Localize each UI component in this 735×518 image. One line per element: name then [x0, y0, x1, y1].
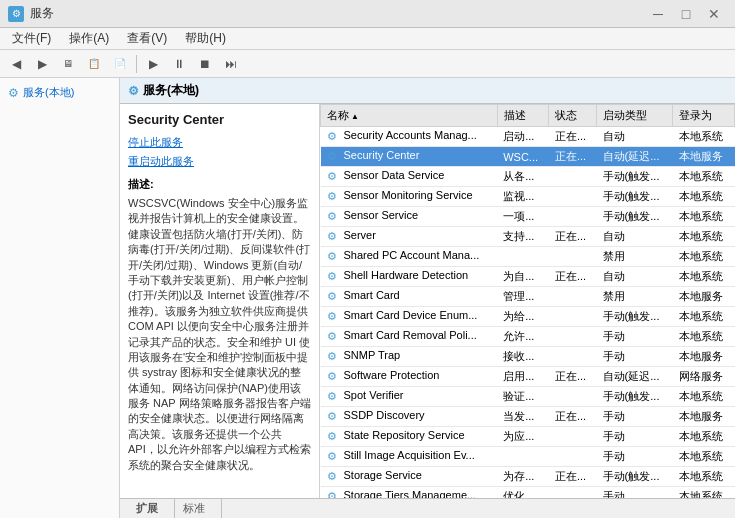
cell-desc: 管理... [497, 287, 549, 307]
cell-name: ⚙Server [321, 227, 498, 247]
table-row[interactable]: ⚙Shell Hardware Detection为自...正在...自动本地系… [321, 267, 735, 287]
table-row[interactable]: ⚙Security CenterWSC...正在...自动(延迟...本地服务 [321, 147, 735, 167]
cell-startup: 手动(触发... [597, 307, 673, 327]
stop-service-link[interactable]: 停止此服务 [128, 135, 311, 150]
cell-startup: 手动 [597, 347, 673, 367]
properties-button[interactable]: 📄 [108, 53, 132, 75]
cell-logon: 本地系统 [673, 207, 735, 227]
cell-name: ⚙Storage Tiers Manageme... [321, 487, 498, 499]
table-row[interactable]: ⚙Smart Card Removal Poli...允许...手动本地系统 [321, 327, 735, 347]
cell-status [549, 427, 597, 447]
cell-name: ⚙Spot Verifier [321, 387, 498, 407]
table-row[interactable]: ⚙Storage Service为存...正在...手动(触发...本地系统 [321, 467, 735, 487]
cell-name: ⚙Smart Card [321, 287, 498, 307]
sidebar-icon: ⚙ [8, 86, 19, 100]
status-tab-extended[interactable]: 扩展 [128, 499, 175, 518]
cell-logon: 本地系统 [673, 447, 735, 467]
table-row[interactable]: ⚙State Repository Service为应...手动本地系统 [321, 427, 735, 447]
table-row[interactable]: ⚙Shared PC Account Mana...禁用本地系统 [321, 247, 735, 267]
service-icon: ⚙ [327, 190, 341, 204]
status-bar: 扩展 标准 [120, 498, 735, 518]
status-tab-standard[interactable]: 标准 [175, 499, 222, 518]
service-icon: ⚙ [327, 410, 341, 424]
stop-button[interactable]: ⏹ [193, 53, 217, 75]
title-bar: ⚙ 服务 ─ □ ✕ [0, 0, 735, 28]
minimize-button[interactable]: ─ [645, 4, 671, 24]
cell-logon: 本地系统 [673, 327, 735, 347]
menu-view[interactable]: 查看(V) [119, 28, 175, 49]
sidebar-title[interactable]: 服务(本地) [23, 85, 74, 100]
play-button[interactable]: ▶ [141, 53, 165, 75]
window-title: 服务 [30, 5, 54, 22]
table-row[interactable]: ⚙Smart Card管理...禁用本地服务 [321, 287, 735, 307]
cell-startup: 自动 [597, 267, 673, 287]
cell-name: ⚙Shell Hardware Detection [321, 267, 498, 287]
show-hide-button[interactable]: 📋 [82, 53, 106, 75]
cell-startup: 手动(触发... [597, 207, 673, 227]
col-desc[interactable]: 描述 [497, 105, 549, 127]
cell-status [549, 207, 597, 227]
right-panel[interactable]: 名称▲ 描述 状态 启动类型 登录为 ⚙Security Accounts Ma… [320, 104, 735, 498]
cell-status [549, 307, 597, 327]
service-icon: ⚙ [327, 130, 341, 144]
cell-desc [497, 247, 549, 267]
cell-name: ⚙SSDP Discovery [321, 407, 498, 427]
cell-logon: 本地服务 [673, 147, 735, 167]
table-row[interactable]: ⚙Server支持...正在...自动本地系统 [321, 227, 735, 247]
cell-logon: 网络服务 [673, 367, 735, 387]
cell-desc: 为应... [497, 427, 549, 447]
table-row[interactable]: ⚙Spot Verifier验证...手动(触发...本地系统 [321, 387, 735, 407]
cell-name: ⚙Sensor Service [321, 207, 498, 227]
cell-status [549, 487, 597, 499]
table-row[interactable]: ⚙SSDP Discovery当发...正在...手动本地服务 [321, 407, 735, 427]
cell-desc: 验证... [497, 387, 549, 407]
service-icon: ⚙ [327, 150, 341, 164]
cell-status [549, 447, 597, 467]
col-name[interactable]: 名称▲ [321, 105, 498, 127]
cell-logon: 本地系统 [673, 167, 735, 187]
cell-status [549, 387, 597, 407]
forward-button[interactable]: ▶ [30, 53, 54, 75]
menu-help[interactable]: 帮助(H) [177, 28, 234, 49]
cell-logon: 本地系统 [673, 467, 735, 487]
menu-file[interactable]: 文件(F) [4, 28, 59, 49]
table-row[interactable]: ⚙Sensor Data Service从各...手动(触发...本地系统 [321, 167, 735, 187]
table-row[interactable]: ⚙SNMP Trap接收...手动本地服务 [321, 347, 735, 367]
service-icon: ⚙ [327, 450, 341, 464]
table-row[interactable]: ⚙Sensor Monitoring Service监视...手动(触发...本… [321, 187, 735, 207]
cell-logon: 本地系统 [673, 267, 735, 287]
table-row[interactable]: ⚙Sensor Service一项...手动(触发...本地系统 [321, 207, 735, 227]
restart-button[interactable]: ⏭ [219, 53, 243, 75]
col-logon[interactable]: 登录为 [673, 105, 735, 127]
maximize-button[interactable]: □ [673, 4, 699, 24]
cell-logon: 本地系统 [673, 127, 735, 147]
left-panel: Security Center 停止此服务 重启动此服务 描述: WSCSVC(… [120, 104, 320, 498]
service-icon: ⚙ [327, 230, 341, 244]
content-header: ⚙ 服务(本地) [120, 78, 735, 104]
cell-desc: WSC... [497, 147, 549, 167]
table-row[interactable]: ⚙Storage Tiers Manageme...优化...手动本地系统 [321, 487, 735, 499]
cell-desc [497, 447, 549, 467]
sidebar: ⚙ 服务(本地) [0, 78, 120, 518]
back-button[interactable]: ◀ [4, 53, 28, 75]
close-button[interactable]: ✕ [701, 4, 727, 24]
pause-button[interactable]: ⏸ [167, 53, 191, 75]
table-row[interactable]: ⚙Still Image Acquisition Ev...手动本地系统 [321, 447, 735, 467]
cell-name: ⚙Security Center [321, 147, 498, 167]
cell-status: 正在... [549, 367, 597, 387]
menu-action[interactable]: 操作(A) [61, 28, 117, 49]
restart-service-link[interactable]: 重启动此服务 [128, 154, 311, 169]
cell-desc: 接收... [497, 347, 549, 367]
cell-startup: 自动 [597, 227, 673, 247]
table-row[interactable]: ⚙Smart Card Device Enum...为给...手动(触发...本… [321, 307, 735, 327]
cell-desc: 监视... [497, 187, 549, 207]
table-row[interactable]: ⚙Software Protection启用...正在...自动(延迟...网络… [321, 367, 735, 387]
table-row[interactable]: ⚙Security Accounts Manag...启动...正在...自动本… [321, 127, 735, 147]
up-button[interactable]: 🖥 [56, 53, 80, 75]
col-startup[interactable]: 启动类型 [597, 105, 673, 127]
col-status[interactable]: 状态 [549, 105, 597, 127]
service-icon: ⚙ [327, 430, 341, 444]
cell-startup: 禁用 [597, 247, 673, 267]
cell-status [549, 347, 597, 367]
cell-desc: 为存... [497, 467, 549, 487]
